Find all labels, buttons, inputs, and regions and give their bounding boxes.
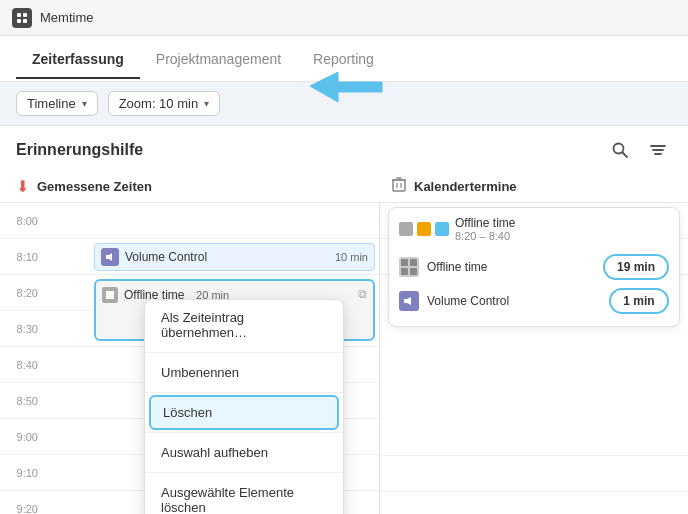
- zoom-chevron-icon: ▾: [204, 98, 209, 109]
- event-volume-control[interactable]: Volume Control 10 min: [94, 243, 375, 271]
- left-column: Volume Control 10 min: [44, 203, 380, 514]
- time-label-900: 9:00: [0, 419, 44, 455]
- right-column: Offline time 8:20 – 8:40 Offline: [380, 203, 688, 514]
- time-label-810: 8:10: [0, 239, 44, 275]
- svg-rect-21: [110, 295, 114, 299]
- card-row-offline: Offline time 19 min: [399, 250, 669, 284]
- svg-rect-19: [110, 291, 114, 295]
- zoom-label: Zoom: 10 min: [119, 96, 198, 111]
- card-icon-main: [399, 222, 413, 236]
- svg-rect-26: [404, 299, 407, 303]
- volume-event-name: Volume Control: [125, 250, 329, 264]
- time-label-800: 8:00: [0, 203, 44, 239]
- card-row-left-offline: Offline time: [399, 257, 487, 277]
- page-header: Erinnerungshilfe: [0, 126, 688, 170]
- nav-item-projektmanagement[interactable]: Projektmanagement: [140, 39, 297, 79]
- time-label-820: 8:20: [0, 275, 44, 311]
- offline-time-badge: 19 min: [603, 254, 669, 280]
- time-labels: 8:00 8:10 8:20 8:30 8:40 8:50 9:00 9:10 …: [0, 203, 44, 514]
- svg-rect-25: [410, 268, 417, 275]
- offline-main-icon: [102, 287, 118, 303]
- menu-divider-3: [145, 432, 343, 433]
- view-selector[interactable]: Timeline ▾: [16, 91, 98, 116]
- right-row-5: [380, 456, 688, 492]
- svg-rect-0: [17, 13, 21, 17]
- svg-rect-3: [23, 19, 27, 23]
- time-label-920: 9:20: [0, 491, 44, 514]
- menu-item-loeschen[interactable]: Löschen: [149, 395, 339, 430]
- svg-rect-16: [106, 255, 109, 259]
- card-row-name-offline: Offline time: [427, 260, 487, 274]
- card-row-icon-volume: [399, 291, 419, 311]
- menu-item-uebernehmen[interactable]: Als Zeiteintrag übernehmen…: [145, 300, 343, 350]
- search-icon[interactable]: [606, 136, 634, 164]
- arrow-annotation: [310, 68, 390, 121]
- card-title-group: Offline time 8:20 – 8:40: [455, 216, 515, 242]
- view-chevron-icon: ▾: [82, 98, 87, 109]
- svg-rect-24: [401, 268, 408, 275]
- svg-rect-1: [23, 13, 27, 17]
- col-right-header: Kalendertermine: [380, 176, 688, 196]
- col-left-header: ⬇ Gemessene Zeiten: [0, 176, 380, 196]
- toolbar: Timeline ▾ Zoom: 10 min ▾: [0, 82, 688, 126]
- card-icon-clock: [435, 222, 449, 236]
- svg-line-7: [623, 153, 628, 158]
- volume-time-badge: 1 min: [609, 288, 669, 314]
- menu-item-umbenennen[interactable]: Umbenennen: [145, 355, 343, 390]
- card-row-volume: Volume Control 1 min: [399, 284, 669, 318]
- col-left-label: Gemessene Zeiten: [37, 179, 152, 194]
- menu-divider-4: [145, 472, 343, 473]
- col-right-label: Kalendertermine: [414, 179, 517, 194]
- time-label-840: 8:40: [0, 347, 44, 383]
- svg-rect-11: [393, 180, 405, 191]
- offline-card: Offline time 8:20 – 8:40 Offline: [388, 207, 680, 327]
- app-icon: [12, 8, 32, 28]
- svg-marker-17: [109, 253, 112, 261]
- right-row-6: [380, 492, 688, 514]
- card-row-icon-offline: [399, 257, 419, 277]
- content-area: 8:00 8:10 8:20 8:30 8:40 8:50 9:00 9:10 …: [0, 203, 688, 514]
- time-label-850: 8:50: [0, 383, 44, 419]
- card-time-range: 8:20 – 8:40: [455, 230, 515, 242]
- svg-rect-2: [17, 19, 21, 23]
- title-bar: Memtime: [0, 0, 688, 36]
- volume-event-duration: 10 min: [335, 251, 368, 263]
- menu-item-ausgewaehlte-loeschen[interactable]: Ausgewählte Elemente löschen: [145, 475, 343, 514]
- context-menu: Als Zeiteintrag übernehmen… Umbenennen L…: [144, 299, 344, 514]
- menu-divider-2: [145, 392, 343, 393]
- columns-header: ⬇ Gemessene Zeiten Kalendertermine: [0, 170, 688, 203]
- offline-card-header: Offline time 8:20 – 8:40: [399, 216, 669, 242]
- card-icon-group: [399, 222, 449, 236]
- card-row-name-volume: Volume Control: [427, 294, 509, 308]
- time-label-830: 8:30: [0, 311, 44, 347]
- time-badge-group: 19 min: [603, 254, 669, 280]
- header-actions: [606, 136, 672, 164]
- right-row-4: [380, 420, 688, 456]
- download-icon: ⬇: [16, 177, 29, 196]
- svg-rect-23: [410, 259, 417, 266]
- svg-rect-18: [106, 291, 110, 295]
- menu-divider-1: [145, 352, 343, 353]
- timeline-row-0: [44, 203, 379, 239]
- trash-icon: [392, 176, 406, 196]
- volume-icon: [101, 248, 119, 266]
- offline-icon-group: [102, 287, 118, 303]
- time-label-910: 9:10: [0, 455, 44, 491]
- app-name: Memtime: [40, 10, 93, 25]
- timeline-row-1: Volume Control 10 min: [44, 239, 379, 275]
- card-icon-edit: [417, 222, 431, 236]
- card-title: Offline time: [455, 216, 515, 230]
- view-label: Timeline: [27, 96, 76, 111]
- filter-icon[interactable]: [644, 136, 672, 164]
- nav-item-zeiterfassung[interactable]: Zeiterfassung: [16, 39, 140, 79]
- svg-marker-5: [310, 72, 382, 102]
- menu-item-auswahl-aufheben[interactable]: Auswahl aufheben: [145, 435, 343, 470]
- zoom-selector[interactable]: Zoom: 10 min ▾: [108, 91, 220, 116]
- page-title: Erinnerungshilfe: [16, 141, 143, 159]
- svg-rect-22: [401, 259, 408, 266]
- copy-icon[interactable]: ⧉: [358, 287, 367, 301]
- svg-rect-20: [106, 295, 110, 299]
- svg-marker-27: [407, 297, 411, 305]
- card-row-left-volume: Volume Control: [399, 291, 509, 311]
